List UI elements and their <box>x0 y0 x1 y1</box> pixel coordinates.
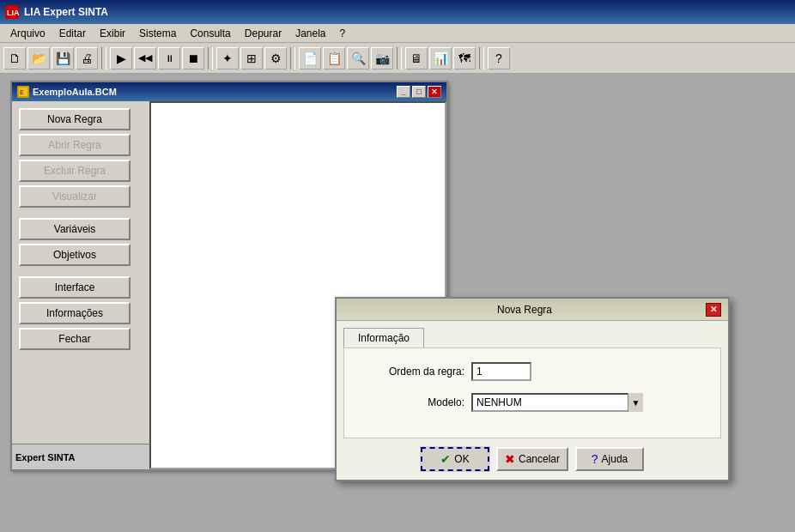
toolbar-new[interactable]: 🗋 <box>3 47 26 70</box>
help-label: Ajuda <box>602 453 628 465</box>
help-question-icon: ? <box>592 452 598 466</box>
toolbar-gear[interactable]: ⚙ <box>264 47 287 70</box>
visualizar-button[interactable]: Visualizar <box>19 185 130 208</box>
toolbar-stop[interactable]: ⏹ <box>182 47 204 70</box>
inner-maximize-button[interactable]: □ <box>412 86 426 98</box>
toolbar-sep-4 <box>397 47 402 70</box>
menu-sistema[interactable]: Sistema <box>132 26 183 41</box>
modal-title-bar: Nova Regra ✕ <box>337 299 728 321</box>
app-title: LIA Expert SINTA <box>24 6 790 18</box>
app-title-bar: LIA LIA Expert SINTA <box>0 0 795 24</box>
modal-close-button[interactable]: ✕ <box>706 303 721 317</box>
app-icon: LIA <box>5 5 19 19</box>
variaveis-button[interactable]: Variáveis <box>19 218 130 240</box>
toolbar-print[interactable]: 🖨 <box>76 47 98 70</box>
form-row-ordem: Ordem da regra: <box>361 362 703 381</box>
toolbar-camera[interactable]: 📷 <box>371 47 393 70</box>
modelo-label: Modelo: <box>361 396 464 408</box>
menu-arquivo[interactable]: Arquivo <box>3 26 52 41</box>
toolbar-play[interactable]: ▶ <box>110 47 132 70</box>
app-window: LIA LIA Expert SINTA Arquivo Editar Exib… <box>0 0 795 532</box>
modal-body: Ordem da regra: Modelo: NENHUM Modelo 1 … <box>343 348 721 438</box>
toolbar-monitor[interactable]: 🖥 <box>405 47 428 70</box>
inner-minimize-button[interactable]: _ <box>397 86 410 98</box>
menu-help[interactable]: ? <box>333 26 353 41</box>
interface-button[interactable]: Interface <box>19 276 130 299</box>
status-text: Expert SINTA <box>15 452 75 462</box>
toolbar-grid[interactable]: ⊞ <box>240 47 263 70</box>
menu-editar[interactable]: Editar <box>52 26 93 41</box>
fechar-button[interactable]: Fechar <box>19 328 130 350</box>
menu-bar: Arquivo Editar Exibir Sistema Consulta D… <box>0 24 795 43</box>
group-variables: Variáveis Objetivos <box>19 218 143 266</box>
main-content: E ExemploAula.BCM _ □ ✕ Nova Regra Abrir… <box>0 74 795 532</box>
inner-window-controls: _ □ ✕ <box>397 86 441 98</box>
toolbar-clip[interactable]: 📋 <box>323 47 345 70</box>
toolbar-sep-2 <box>208 47 213 70</box>
cancel-button[interactable]: ✖ Cancelar <box>496 447 568 471</box>
modal-footer: ✔ OK ✖ Cancelar ? Ajuda <box>337 438 728 480</box>
inner-close-button[interactable]: ✕ <box>428 86 441 98</box>
menu-janela[interactable]: Janela <box>288 26 332 41</box>
toolbar-sep-5 <box>479 47 484 70</box>
ok-button[interactable]: ✔ OK <box>421 447 489 471</box>
toolbar-star[interactable]: ✦ <box>216 47 239 70</box>
modelo-select-wrapper: NENHUM Modelo 1 Modelo 2 ▼ <box>471 393 643 412</box>
form-row-modelo: Modelo: NENHUM Modelo 1 Modelo 2 ▼ <box>361 393 703 412</box>
ordem-input[interactable] <box>471 362 531 381</box>
inner-window-icon: E <box>17 86 29 98</box>
svg-text:E: E <box>20 89 24 95</box>
excluir-regra-button[interactable]: Excluir Regra <box>19 160 130 182</box>
svg-text:LIA: LIA <box>7 9 19 17</box>
toolbar-sep-1 <box>101 47 106 70</box>
toolbar-open[interactable]: 📂 <box>27 47 50 70</box>
inner-window-title: ExemploAula.BCM <box>33 87 393 97</box>
nova-regra-button[interactable]: Nova Regra <box>19 108 130 130</box>
toolbar-step[interactable]: ◀◀ <box>134 47 156 70</box>
inner-title-bar: E ExemploAula.BCM _ □ ✕ <box>12 82 446 101</box>
nova-regra-dialog[interactable]: Nova Regra ✕ Informação Ordem da regra: … <box>335 297 730 481</box>
toolbar-sep-3 <box>290 47 295 70</box>
cancel-x-icon: ✖ <box>505 452 515 466</box>
toolbar-search[interactable]: 🔍 <box>347 47 369 70</box>
menu-depurar[interactable]: Depurar <box>238 26 288 41</box>
toolbar-doc[interactable]: 📄 <box>299 47 321 70</box>
modal-tabs: Informação <box>337 321 728 348</box>
toolbar-map[interactable]: 🗺 <box>453 47 476 70</box>
help-button[interactable]: ? Ajuda <box>575 447 644 471</box>
toolbar-chart[interactable]: 📊 <box>429 47 452 70</box>
group-interface: Interface Informações Fechar <box>19 276 143 350</box>
menu-exibir[interactable]: Exibir <box>93 26 132 41</box>
tab-informacao[interactable]: Informação <box>343 328 424 348</box>
ok-label: OK <box>454 453 469 465</box>
cancel-label: Cancelar <box>519 453 560 465</box>
menu-consulta[interactable]: Consulta <box>183 26 237 41</box>
left-panel: Nova Regra Abrir Regra Excluir Regra Vis… <box>12 101 149 469</box>
abrir-regra-button[interactable]: Abrir Regra <box>19 134 130 156</box>
objetivos-button[interactable]: Objetivos <box>19 244 130 266</box>
ok-checkmark-icon: ✔ <box>440 452 451 466</box>
modelo-select[interactable]: NENHUM Modelo 1 Modelo 2 <box>471 393 643 412</box>
toolbar-pause[interactable]: ⏸ <box>158 47 180 70</box>
toolbar-save[interactable]: 💾 <box>52 47 74 70</box>
status-bar: Expert SINTA <box>12 444 149 469</box>
modal-title: Nova Regra <box>343 304 706 316</box>
toolbar: 🗋 📂 💾 🖨 ▶ ◀◀ ⏸ ⏹ ✦ ⊞ ⚙ 📄 📋 🔍 📷 🖥 📊 🗺 ? <box>0 43 795 74</box>
toolbar-help[interactable]: ? <box>488 47 510 70</box>
ordem-label: Ordem da regra: <box>361 366 464 378</box>
informacoes-button[interactable]: Informações <box>19 302 130 324</box>
